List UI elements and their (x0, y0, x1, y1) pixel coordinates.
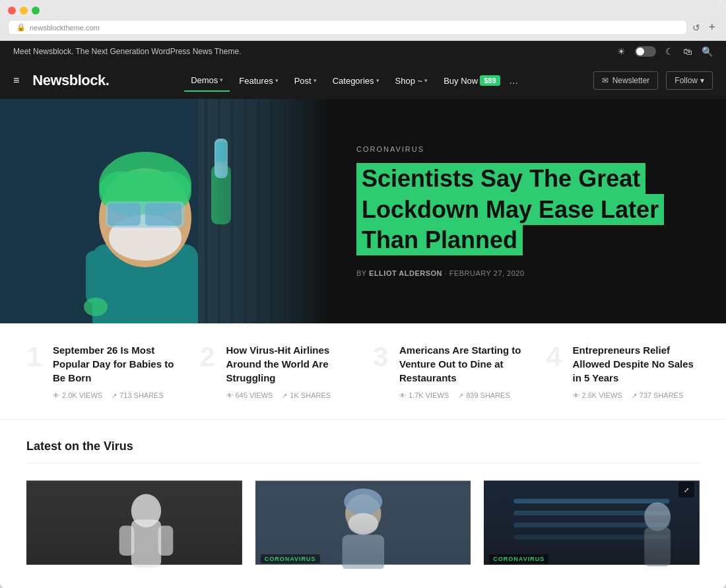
hero-category: CORONAVIRUS (356, 145, 700, 153)
sun-icon[interactable]: ☀ (617, 46, 626, 57)
svg-rect-29 (119, 526, 135, 556)
search-icon[interactable]: 🔍 (702, 46, 713, 57)
hero-author-prefix: BY (356, 269, 366, 277)
chevron-down-icon: ▾ (314, 77, 317, 84)
hero-title-line1: Scientists Say The Great (356, 163, 645, 194)
newsletter-button[interactable]: ✉ Newsletter (593, 71, 659, 90)
card3-category: CORONAVIRUS (489, 554, 548, 564)
trending-grid: 1 September 26 Is Most Popular Day for B… (26, 343, 700, 399)
follow-button[interactable]: Follow ▾ (666, 71, 713, 90)
browser-chrome: 🔒 newsblocktheme.com ↺ + (0, 0, 726, 41)
logo-text: Newsblock. (32, 72, 109, 88)
nav-links: Demos ▾ Features ▾ Post ▾ Categories ▾ S… (184, 70, 518, 92)
hero-title: Scientists Say The Great Lockdown May Ea… (356, 164, 700, 256)
trending-title-2: How Virus-Hit Airlines Around the World … (226, 343, 354, 385)
reload-button[interactable]: ↺ (692, 22, 700, 33)
top-notice-bar: Meet Newsblock. The Next Generation Word… (0, 41, 726, 62)
browser-toolbar: 🔒 newsblocktheme.com ↺ + (8, 20, 718, 35)
expand-icon-3[interactable]: ⤢ (678, 482, 694, 498)
address-bar[interactable]: 🔒 newsblocktheme.com (8, 20, 687, 35)
svg-rect-23 (0, 99, 330, 323)
new-tab-button[interactable]: + (706, 20, 718, 34)
share-icon: ↗ (112, 392, 117, 399)
svg-rect-36 (255, 480, 471, 564)
nav-left: ≡ Newsblock. (13, 72, 109, 89)
site-logo: Newsblock. (32, 72, 109, 89)
shares-4: ↗ 737 SHARES (632, 391, 684, 399)
hero-title-line3: Than Planned (356, 224, 523, 255)
chevron-down-icon: ▾ (275, 77, 279, 84)
nav-shop[interactable]: Shop ~ ▾ (389, 71, 435, 91)
trending-item-1[interactable]: 1 September 26 Is Most Popular Day for B… (26, 343, 180, 399)
trending-number-3: 3 (373, 343, 388, 371)
trending-number-2: 2 (200, 343, 215, 371)
nav-demos[interactable]: Demos ▾ (184, 70, 230, 92)
shares-3: ↗ 839 SHARES (458, 391, 510, 399)
browser-window: 🔒 newsblocktheme.com ↺ + Meet Newsblock.… (0, 0, 726, 588)
nav-post[interactable]: Post ▾ (288, 71, 323, 91)
hero-section: CORONAVIRUS Scientists Say The Great Loc… (0, 99, 726, 323)
trending-item-2[interactable]: 2 How Virus-Hit Airlines Around the Worl… (200, 343, 354, 399)
latest-card-image-1 (26, 476, 242, 569)
latest-card-image-3: ⤢ CORONAVIRUS (484, 476, 700, 569)
card2-category: CORONAVIRUS (261, 554, 320, 564)
hero-content: CORONAVIRUS Scientists Say The Great Loc… (330, 99, 726, 323)
window-controls (8, 7, 718, 15)
views-2: 👁 645 VIEWS (226, 391, 273, 399)
eye-icon: 👁 (53, 392, 59, 399)
card1-image-svg (26, 476, 242, 569)
chevron-down-icon: ▾ (700, 76, 704, 85)
share-icon: ↗ (458, 392, 463, 399)
eye-icon: 👁 (226, 392, 233, 399)
shares-2: ↗ 1K SHARES (282, 391, 331, 399)
share-icon: ↗ (632, 392, 637, 399)
trending-title-4: Entrepreneurs Relief Allowed Despite No … (573, 343, 700, 385)
website-content: Meet Newsblock. The Next Generation Word… (0, 41, 726, 588)
svg-rect-45 (484, 480, 700, 564)
trending-item-3[interactable]: 3 Americans Are Starting to Venture Out … (373, 343, 527, 399)
nav-buy-now[interactable]: Buy Now $89 (437, 70, 506, 91)
moon-icon[interactable]: ☾ (665, 46, 674, 57)
close-button[interactable] (8, 7, 16, 15)
dark-mode-toggle[interactable] (635, 46, 656, 57)
latest-grid: CORONAVIRUS (26, 476, 700, 575)
latest-card-3[interactable]: ⤢ CORONAVIRUS (484, 476, 700, 575)
main-nav: ≡ Newsblock. Demos ▾ Features ▾ Post ▾ (0, 62, 726, 99)
share-icon: ↗ (282, 392, 287, 399)
views-3: 👁 1.7K VIEWS (399, 391, 449, 399)
more-options-button[interactable]: ... (510, 75, 518, 86)
trending-meta-3: 👁 1.7K VIEWS ↗ 839 SHARES (399, 391, 527, 399)
nav-categories[interactable]: Categories ▾ (326, 71, 386, 91)
envelope-icon: ✉ (602, 76, 609, 85)
latest-card-2[interactable]: CORONAVIRUS (255, 476, 471, 575)
hero-author: ELLIOT ALDERSON (369, 269, 442, 277)
latest-card-1[interactable] (26, 476, 242, 575)
trending-meta-4: 👁 2.6K VIEWS ↗ 737 SHARES (573, 391, 700, 399)
minimize-button[interactable] (20, 7, 28, 15)
svg-rect-28 (131, 519, 161, 568)
nav-features[interactable]: Features ▾ (232, 71, 284, 91)
hamburger-menu[interactable]: ≡ (13, 75, 19, 86)
chevron-down-icon: ▾ (220, 77, 223, 83)
chevron-down-icon: ▾ (376, 77, 380, 84)
views-1: 👁 2.0K VIEWS (53, 391, 102, 399)
svg-rect-30 (158, 526, 174, 556)
bag-icon[interactable]: 🛍 (683, 46, 692, 57)
maximize-button[interactable] (32, 7, 40, 15)
trending-title-3: Americans Are Starting to Venture Out to… (399, 343, 527, 385)
hero-meta: BY ELLIOT ALDERSON · FEBRUARY 27, 2020 (356, 269, 700, 277)
trending-title-1: September 26 Is Most Popular Day for Bab… (53, 343, 180, 385)
eye-icon: 👁 (573, 392, 579, 399)
latest-section: Latest on the Virus (0, 420, 726, 588)
url-text: newsblocktheme.com (30, 24, 100, 32)
hero-date: FEBRUARY 27, 2020 (449, 269, 525, 277)
hero-image (0, 99, 330, 323)
trending-number-1: 1 (26, 343, 42, 371)
shares-1: ↗ 713 SHARES (112, 391, 164, 399)
top-notice-right: ☀ ☾ 🛍 🔍 (617, 46, 713, 57)
trending-number-4: 4 (546, 343, 562, 371)
chevron-down-icon: ▾ (424, 77, 428, 84)
trending-meta-1: 👁 2.0K VIEWS ↗ 713 SHARES (53, 391, 180, 399)
trending-item-4[interactable]: 4 Entrepreneurs Relief Allowed Despite N… (546, 343, 700, 399)
notice-text: Meet Newsblock. The Next Generation Word… (13, 47, 241, 56)
